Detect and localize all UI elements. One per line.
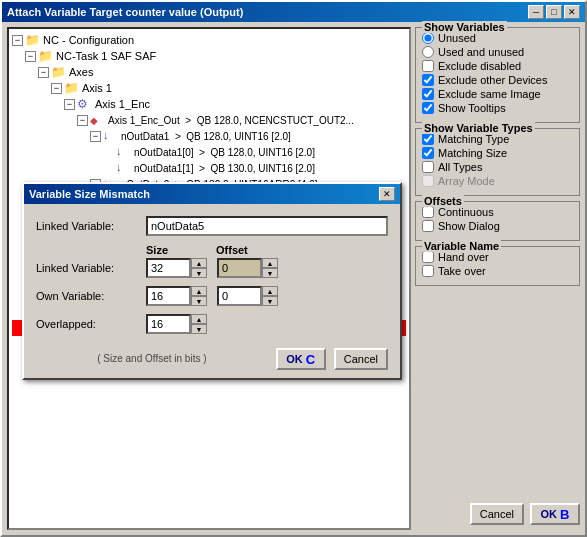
radio-unused-label: Unused — [438, 32, 476, 44]
row1-offset-spin[interactable]: ▲ ▼ — [217, 258, 278, 278]
check-exclude-same-image-input[interactable] — [422, 88, 434, 100]
row1-offset-spin-buttons[interactable]: ▲ ▼ — [262, 258, 278, 278]
title-bar-controls: ─ □ ✕ — [528, 5, 580, 19]
row3-size-spin[interactable]: ▲ ▼ — [146, 314, 207, 334]
check-exclude-other-devices[interactable]: Exclude other Devices — [422, 74, 573, 86]
radio-unused-input[interactable] — [422, 32, 434, 44]
check-hand-over-input[interactable] — [422, 251, 434, 263]
dialog-cancel-button[interactable]: Cancel — [334, 348, 388, 370]
maximize-button[interactable]: □ — [546, 5, 562, 19]
check-show-tooltips-input[interactable] — [422, 102, 434, 114]
row3-size-up-btn[interactable]: ▲ — [191, 314, 207, 324]
show-variable-types-group: Show Variable Types Matching Type Matchi… — [415, 128, 580, 196]
check-show-tooltips-label: Show Tooltips — [438, 102, 506, 114]
row3-size-spin-buttons[interactable]: ▲ ▼ — [191, 314, 207, 334]
row3-size-down-btn[interactable]: ▼ — [191, 324, 207, 334]
linked-variable-input[interactable]: nOutData5 — [146, 216, 388, 236]
row2-size-up-btn[interactable]: ▲ — [191, 286, 207, 296]
check-exclude-other-devices-input[interactable] — [422, 74, 434, 86]
expand-btn[interactable]: − — [12, 35, 23, 46]
row2-size-spin-buttons[interactable]: ▲ ▼ — [191, 286, 207, 306]
check-matching-size[interactable]: Matching Size — [422, 147, 573, 159]
tree-label: NC - Configuration — [43, 34, 134, 46]
row2-size-spin[interactable]: ▲ ▼ — [146, 286, 207, 306]
radio-used-and-unused[interactable]: Used and unused — [422, 46, 573, 58]
tree-item[interactable]: − ↓ nOutData1 > QB 128.0, UINT16 [2.0] — [12, 128, 406, 144]
check-matching-size-input[interactable] — [422, 147, 434, 159]
check-take-over-input[interactable] — [422, 265, 434, 277]
expand-btn[interactable]: − — [38, 67, 49, 78]
tree-item[interactable]: − ⚙ Axis 1_Enc — [12, 96, 406, 112]
tree-label: nOutData1[1] > QB 130.0, UINT16 [2.0] — [134, 163, 315, 174]
check-array-mode[interactable]: Array Mode — [422, 175, 573, 187]
expand-btn[interactable]: − — [25, 51, 36, 62]
check-show-dialog[interactable]: Show Dialog — [422, 220, 573, 232]
check-exclude-disabled-input[interactable] — [422, 60, 434, 72]
check-exclude-disabled[interactable]: Exclude disabled — [422, 60, 573, 72]
dialog-row-overlapped: Overlapped: ▲ ▼ — [36, 314, 388, 334]
offsets-title: Offsets — [422, 195, 464, 207]
row1-offset-down-btn[interactable]: ▼ — [262, 268, 278, 278]
tree-item[interactable]: − 📁 Axes — [12, 64, 406, 80]
dialog-row-linked: Linked Variable: ▲ ▼ ▲ ▼ — [36, 258, 388, 278]
dialog-ok-button[interactable]: OK C — [276, 348, 326, 370]
row3-label: Overlapped: — [36, 318, 146, 330]
ok-color-label: B — [560, 507, 569, 522]
row1-size-down-btn[interactable]: ▼ — [191, 268, 207, 278]
tree-item[interactable]: − 📁 NC-Task 1 SAF SAF — [12, 48, 406, 64]
row1-offset-input[interactable] — [217, 258, 262, 278]
tree-label: nOutData1[0] > QB 128.0, UINT16 [2.0] — [134, 147, 315, 158]
col-offset-header: Offset — [216, 244, 296, 256]
tree-item[interactable]: ↓ nOutData1[1] > QB 130.0, UINT16 [2.0] — [12, 160, 406, 176]
check-all-types-input[interactable] — [422, 161, 434, 173]
check-matching-type-input[interactable] — [422, 133, 434, 145]
expand-btn[interactable]: − — [90, 131, 101, 142]
check-continuous-input[interactable] — [422, 206, 434, 218]
row2-offset-up-btn[interactable]: ▲ — [262, 286, 278, 296]
row2-offset-spin-buttons[interactable]: ▲ ▼ — [262, 286, 278, 306]
minimize-button[interactable]: ─ — [528, 5, 544, 19]
row3-size-input[interactable] — [146, 314, 191, 334]
tree-item[interactable]: − 📁 NC - Configuration — [12, 32, 406, 48]
dialog-close-button[interactable]: ✕ — [379, 187, 395, 201]
folder-icon: 📁 — [64, 81, 80, 95]
check-take-over[interactable]: Take over — [422, 265, 573, 277]
check-show-dialog-input[interactable] — [422, 220, 434, 232]
tree-label: Axis 1_Enc_Out > QB 128.0, NCENCSTUCT_OU… — [108, 115, 354, 126]
check-hand-over[interactable]: Hand over — [422, 251, 573, 263]
check-continuous[interactable]: Continuous — [422, 206, 573, 218]
row1-size-input[interactable] — [146, 258, 191, 278]
check-matching-type[interactable]: Matching Type — [422, 133, 573, 145]
row1-offset-up-btn[interactable]: ▲ — [262, 258, 278, 268]
row2-offset-down-btn[interactable]: ▼ — [262, 296, 278, 306]
expand-btn[interactable]: − — [77, 115, 88, 126]
expand-btn[interactable]: − — [64, 99, 75, 110]
col-headers: Size Offset — [146, 244, 388, 256]
tree-item[interactable]: ↓ nOutData1[0] > QB 128.0, UINT16 [2.0] — [12, 144, 406, 160]
check-all-types[interactable]: All Types — [422, 161, 573, 173]
close-button[interactable]: ✕ — [564, 5, 580, 19]
radio-used-and-unused-label: Used and unused — [438, 46, 524, 58]
folder-icon: 📁 — [51, 65, 67, 79]
variable-size-mismatch-dialog: Variable Size Mismatch ✕ Linked Variable… — [22, 182, 402, 380]
dialog-title: Variable Size Mismatch — [29, 188, 150, 200]
row1-size-spin-buttons[interactable]: ▲ ▼ — [191, 258, 207, 278]
ok-button[interactable]: OK B — [530, 503, 580, 525]
row2-size-input[interactable] — [146, 286, 191, 306]
row2-size-down-btn[interactable]: ▼ — [191, 296, 207, 306]
expand-btn[interactable]: − — [51, 83, 62, 94]
row2-offset-input[interactable] — [217, 286, 262, 306]
check-array-mode-input[interactable] — [422, 175, 434, 187]
tree-item[interactable]: − ◆ Axis 1_Enc_Out > QB 128.0, NCENCSTUC… — [12, 112, 406, 128]
row1-size-up-btn[interactable]: ▲ — [191, 258, 207, 268]
check-take-over-label: Take over — [438, 265, 486, 277]
row1-size-spin[interactable]: ▲ ▼ — [146, 258, 207, 278]
check-show-tooltips[interactable]: Show Tooltips — [422, 102, 573, 114]
radio-unused[interactable]: Unused — [422, 32, 573, 44]
radio-used-and-unused-input[interactable] — [422, 46, 434, 58]
ok-label: OK — [541, 508, 558, 520]
row2-offset-spin[interactable]: ▲ ▼ — [217, 286, 278, 306]
cancel-button[interactable]: Cancel — [470, 503, 524, 525]
check-exclude-same-image[interactable]: Exclude same Image — [422, 88, 573, 100]
tree-item[interactable]: − 📁 Axis 1 — [12, 80, 406, 96]
